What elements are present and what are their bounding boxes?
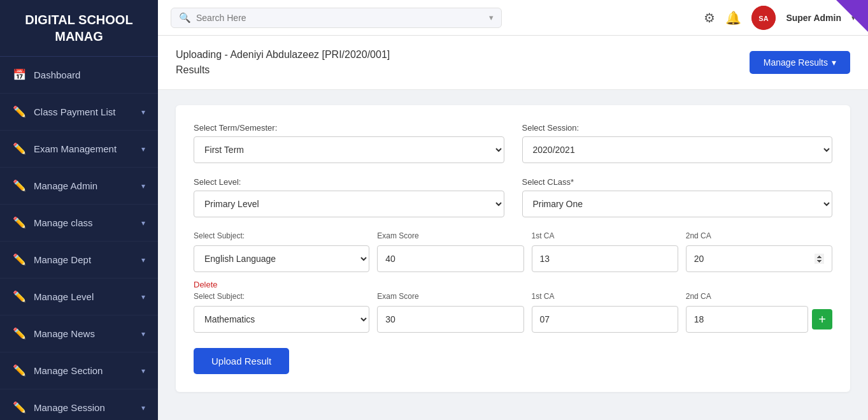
content-area: Uploading - Adeniyi Abdulazeez [PRI/2020… (158, 36, 868, 420)
ca1-2-input[interactable] (532, 306, 678, 333)
exam-score-1-input[interactable] (377, 245, 523, 272)
ca1-2-col (532, 306, 678, 333)
sidebar-item-label: Manage Session (34, 402, 105, 413)
ca2-1-input[interactable] (686, 245, 832, 272)
chevron-down-icon: ▾ (141, 145, 145, 154)
class-select[interactable]: Primary One Primary Two Primary Three (522, 191, 833, 217)
ca2-1-col (686, 245, 832, 272)
exam-score-2-col (377, 306, 523, 333)
form-row-level-class: Select Level: Primary Level Secondary Le… (194, 177, 832, 217)
chevron-down-icon: ▾ (141, 366, 145, 375)
search-box[interactable]: 🔍 ▾ (171, 8, 502, 28)
search-input[interactable] (196, 13, 484, 23)
sidebar-item-manage-session[interactable]: ✏️ Manage Session ▾ (0, 389, 158, 420)
chevron-down-icon: ▾ (141, 329, 145, 338)
ca1-col-header-2: 1st CA (532, 292, 678, 301)
sidebar-item-exam-management[interactable]: ✏️ Exam Management ▾ (0, 131, 158, 168)
dept-icon: ✏️ (13, 253, 26, 266)
session-icon: ✏️ (13, 401, 26, 414)
sidebar-item-label: Manage Section (34, 365, 103, 376)
form-row-term-session: Select Term/Semester: First Term Second … (194, 123, 832, 163)
dashboard-icon: 📅 (13, 68, 26, 82)
subject-row-header: Select Subject: Exam Score 1st CA 2nd CA (194, 231, 832, 240)
level-icon: ✏️ (13, 290, 26, 303)
chevron-down-icon: ▾ (141, 256, 145, 264)
class-label: Select CLass* (522, 177, 833, 187)
delete-link[interactable]: Delete (194, 280, 218, 289)
term-label: Select Term/Semester: (194, 123, 504, 133)
exam-score-1-col (377, 245, 523, 272)
main-area: 🔍 ▾ ⚙ 🔔 SA Super Admin ▾ Uploading - Ade… (158, 0, 868, 420)
app-logo: DIGITAL SCHOOL MANAG (0, 0, 158, 57)
ca2-col-header-2: 2nd CA (686, 292, 832, 301)
form-card: Select Term/Semester: First Term Second … (176, 105, 850, 392)
ca2-2-input[interactable] (686, 306, 808, 333)
form-group-level: Select Level: Primary Level Secondary Le… (194, 177, 504, 217)
page-title: Uploading - Adeniyi Abdulazeez [PRI/2020… (176, 47, 390, 78)
session-select[interactable]: 2020/2021 2021/2022 2022/2023 (522, 136, 833, 163)
sidebar-item-label: Manage Admin (34, 180, 97, 191)
manage-results-button[interactable]: Manage Results ▾ (750, 51, 850, 74)
chevron-down-icon: ▾ (141, 219, 145, 228)
avatar: SA (751, 6, 776, 30)
sidebar-item-label: Class Payment List (34, 106, 115, 117)
topbar: 🔍 ▾ ⚙ 🔔 SA Super Admin ▾ (158, 0, 868, 36)
page-header: Uploading - Adeniyi Abdulazeez [PRI/2020… (158, 36, 868, 90)
sidebar-item-label: Manage News (34, 328, 95, 339)
admin-icon: ✏️ (13, 179, 26, 192)
ca1-1-input[interactable] (532, 245, 678, 272)
subject-entry-1: English Language Mathematics Science (194, 245, 832, 272)
session-label: Select Session: (522, 123, 833, 133)
subject-1-select[interactable]: English Language Mathematics Science (194, 245, 369, 272)
bell-icon[interactable]: 🔔 (725, 10, 741, 25)
sidebar-item-manage-dept[interactable]: ✏️ Manage Dept ▾ (0, 242, 158, 279)
svg-text:SA: SA (759, 14, 769, 22)
sidebar-item-dashboard[interactable]: 📅 Dashboard (0, 57, 158, 94)
class-payment-icon: ✏️ (13, 105, 26, 119)
subject-2-select[interactable]: Mathematics English Language Science (194, 306, 369, 333)
sidebar-item-label: Manage Level (34, 291, 94, 302)
dropdown-arrow-icon: ▾ (489, 13, 494, 22)
sidebar-item-manage-section[interactable]: ✏️ Manage Section ▾ (0, 352, 158, 389)
sidebar-item-manage-admin[interactable]: ✏️ Manage Admin ▾ (0, 168, 158, 205)
section-icon: ✏️ (13, 364, 26, 377)
upload-result-button[interactable]: Upload Result (194, 348, 289, 374)
admin-name[interactable]: Super Admin (786, 13, 841, 23)
chevron-down-icon: ▾ (141, 293, 145, 301)
delete-link-container: Delete (194, 279, 832, 292)
search-icon: 🔍 (179, 12, 191, 24)
sidebar-item-manage-class[interactable]: ✏️ Manage class ▾ (0, 205, 158, 242)
sidebar-item-label: Manage class (34, 217, 93, 228)
form-group-term: Select Term/Semester: First Term Second … (194, 123, 504, 163)
ca2-col-header: 2nd CA (686, 231, 832, 240)
exam-score-col-header-2: Exam Score (377, 292, 523, 301)
sidebar-item-manage-level[interactable]: ✏️ Manage Level ▾ (0, 279, 158, 315)
subject-entry-2: Mathematics English Language Science + (194, 306, 832, 333)
subject-col-header: Select Subject: (194, 231, 369, 240)
news-icon: ✏️ (13, 327, 26, 340)
term-select[interactable]: First Term Second Term Third Term (194, 136, 504, 163)
sidebar-item-class-payment-list[interactable]: ✏️ Class Payment List ▾ (0, 94, 158, 131)
sidebar-item-label: Manage Dept (34, 254, 91, 265)
settings-icon[interactable]: ⚙ (704, 10, 715, 25)
chevron-down-icon: ▾ (141, 182, 145, 191)
form-group-class: Select CLass* Primary One Primary Two Pr… (522, 177, 833, 217)
sidebar: DIGITAL SCHOOL MANAG 📅 Dashboard ✏️ Clas… (0, 0, 158, 420)
form-group-session: Select Session: 2020/2021 2021/2022 2022… (522, 123, 833, 163)
exam-score-2-input[interactable] (377, 306, 523, 333)
level-select[interactable]: Primary Level Secondary Level Junior Lev… (194, 191, 504, 217)
sidebar-item-manage-news[interactable]: ✏️ Manage News ▾ (0, 315, 158, 352)
chevron-down-icon: ▾ (832, 57, 836, 68)
add-subject-button[interactable]: + (812, 309, 832, 329)
form-area: Select Term/Semester: First Term Second … (158, 90, 868, 407)
sidebar-item-label: Exam Management (34, 143, 117, 154)
class-icon: ✏️ (13, 216, 26, 229)
exam-score-col-header: Exam Score (377, 231, 523, 240)
subject-col-header-2: Select Subject: (194, 292, 369, 301)
ca1-1-col (532, 245, 678, 272)
ca1-col-header: 1st CA (532, 231, 678, 240)
subject-row-header-2: Select Subject: Exam Score 1st CA 2nd CA (194, 292, 832, 301)
chevron-down-icon: ▾ (141, 108, 145, 117)
subject-2-col: Mathematics English Language Science (194, 306, 369, 333)
level-label: Select Level: (194, 177, 504, 187)
